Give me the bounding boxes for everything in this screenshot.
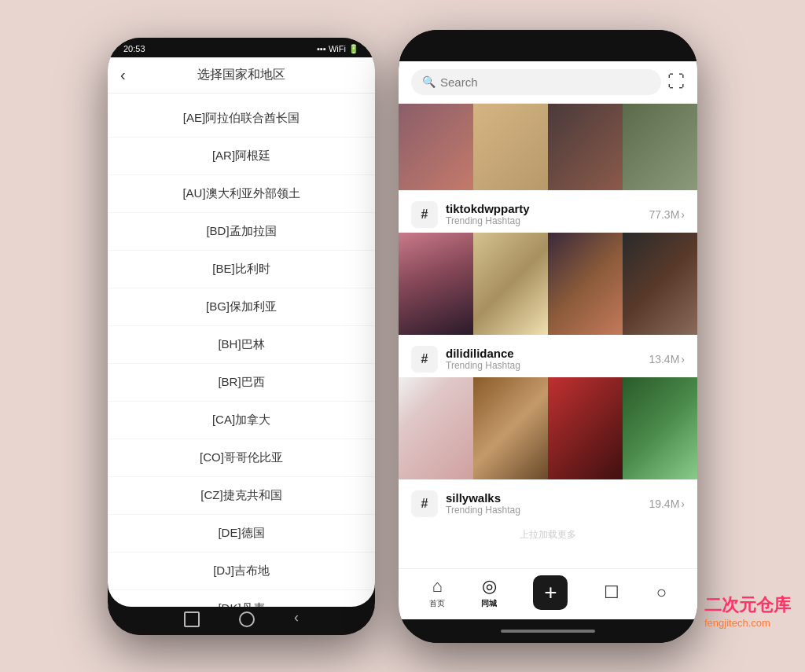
nav-home[interactable]: ⌂ 首页 — [429, 576, 445, 609]
nearby-icon: ◎ — [482, 576, 497, 597]
hash-badge-3: # — [411, 490, 438, 517]
search-wrapper[interactable]: 🔍 — [411, 69, 661, 95]
watermark-line2: fengjitech.com — [704, 617, 791, 629]
list-item[interactable]: [BE]比利时 — [108, 251, 375, 288]
hashtag-count-1: 77.3M › — [649, 208, 685, 221]
top-image-3[interactable] — [548, 104, 623, 190]
notch — [501, 36, 595, 58]
top-images-strip — [399, 104, 697, 190]
list-item[interactable]: [CZ]捷克共和国 — [108, 477, 375, 515]
hashtag-2-img-3[interactable] — [548, 377, 623, 479]
left-signal: ▪▪▪ WiFi 🔋 — [317, 44, 359, 54]
search-icon: 🔍 — [422, 75, 436, 88]
left-status-bar: 20:53 ▪▪▪ WiFi 🔋 — [108, 38, 375, 57]
list-item[interactable]: [BG]保加利亚 — [108, 288, 375, 326]
hashtag-1-img-4[interactable] — [623, 233, 697, 335]
hashtag-header-3[interactable]: # sillywalks Trending Hashtag 19.4M › — [399, 479, 697, 522]
hashtag-name-2: dilidilidance — [446, 347, 641, 360]
hashtag-name-3: sillywalks — [446, 491, 641, 505]
search-bar: 🔍 ⛶ — [399, 61, 697, 104]
inbox-icon: ☐ — [604, 582, 619, 603]
profile-icon: ○ — [656, 582, 667, 603]
hashtag-1-img-3[interactable] — [548, 233, 623, 335]
hashtag-section-1: # tiktokdwpparty Trending Hashtag 77.3M … — [399, 190, 697, 335]
top-image-1[interactable] — [399, 104, 473, 190]
back-button[interactable]: ‹ — [120, 66, 126, 84]
hash-badge-2: # — [411, 346, 438, 373]
android-home-button[interactable] — [239, 611, 255, 627]
hashtag-sub-1: Trending Hashtag — [446, 215, 641, 226]
top-image-2[interactable] — [473, 104, 548, 190]
left-screen: ‹ 选择国家和地区 [AE]阿拉伯联合酋长国[AR]阿根廷[AU]澳大利亚外部领… — [108, 57, 375, 607]
list-item[interactable]: [DK]丹麦 — [108, 590, 375, 607]
list-item[interactable]: [DJ]吉布地 — [108, 553, 375, 590]
page-title: 选择国家和地区 — [120, 67, 362, 83]
list-item[interactable]: [AU]澳大利亚外部领土 — [108, 175, 375, 213]
left-header: ‹ 选择国家和地区 — [108, 57, 375, 94]
android-back-button[interactable]: › — [294, 611, 299, 627]
hashtag-images-1 — [399, 233, 697, 335]
list-item[interactable]: [CA]加拿大 — [108, 402, 375, 439]
hashtag-count-2: 13.4M › — [649, 353, 685, 365]
notch-area — [399, 30, 697, 61]
list-item[interactable]: [BH]巴林 — [108, 326, 375, 364]
nav-profile[interactable]: ○ — [656, 582, 667, 603]
bottom-safe-area — [399, 619, 697, 643]
hashtag-section-2: # dilidilidance Trending Hashtag 13.4M › — [399, 335, 697, 479]
hashtag-info-3: sillywalks Trending Hashtag — [446, 491, 641, 516]
search-input[interactable] — [440, 75, 650, 89]
top-image-4[interactable] — [623, 104, 697, 190]
home-icon: ⌂ — [432, 576, 442, 597]
list-item[interactable]: [DE]德国 — [108, 515, 375, 553]
watermark-line1: 二次元仓库 — [704, 593, 791, 617]
hashtag-1-img-2[interactable] — [473, 233, 548, 335]
feed-scroll[interactable]: # tiktokdwpparty Trending Hashtag 77.3M … — [399, 104, 697, 568]
add-button[interactable]: + — [533, 575, 568, 610]
expand-icon[interactable]: ⛶ — [667, 72, 685, 92]
android-square-button[interactable] — [184, 611, 200, 627]
nav-nearby[interactable]: ◎ 同城 — [481, 576, 497, 609]
hash-badge-1: # — [411, 201, 438, 228]
hashtag-section-3: # sillywalks Trending Hashtag 19.4M › — [399, 479, 697, 522]
hashtag-info-1: tiktokdwpparty Trending Hashtag — [446, 202, 641, 226]
right-screen: 🔍 ⛶ # tiktokdwpparty Trending Hashtag — [399, 61, 697, 619]
left-phone: 20:53 ▪▪▪ WiFi 🔋 ‹ 选择国家和地区 [AE]阿拉伯联合酋长国[… — [108, 38, 375, 635]
list-item[interactable]: [BR]巴西 — [108, 364, 375, 402]
bottom-nav: ⌂ 首页 ◎ 同城 + ☐ ○ — [399, 568, 697, 619]
hashtag-1-img-1[interactable] — [399, 233, 473, 335]
hashtag-info-2: dilidilidance Trending Hashtag — [446, 347, 641, 371]
hashtag-images-2 — [399, 377, 697, 479]
hashtag-2-img-1[interactable] — [399, 377, 473, 479]
left-time: 20:53 — [123, 44, 145, 53]
android-bottom-bar: › — [108, 607, 375, 635]
country-list[interactable]: [AE]阿拉伯联合酋长国[AR]阿根廷[AU]澳大利亚外部领土[BD]孟加拉国[… — [108, 94, 375, 607]
list-item[interactable]: [BD]孟加拉国 — [108, 213, 375, 251]
hashtag-name-1: tiktokdwpparty — [446, 202, 641, 215]
home-label: 首页 — [429, 598, 445, 609]
list-item[interactable]: [AR]阿根廷 — [108, 138, 375, 175]
hashtag-sub-3: Trending Hashtag — [446, 505, 641, 516]
nav-inbox[interactable]: ☐ — [604, 582, 619, 603]
nearby-label: 同城 — [481, 598, 497, 609]
hashtag-2-img-4[interactable] — [623, 377, 697, 479]
scroll-hint: 上拉加载更多 — [399, 522, 697, 548]
hashtag-count-3: 19.4M › — [649, 498, 685, 510]
hashtag-header-2[interactable]: # dilidilidance Trending Hashtag 13.4M › — [399, 335, 697, 377]
list-item[interactable]: [CO]哥哥伦比亚 — [108, 439, 375, 477]
list-item[interactable]: [AE]阿拉伯联合酋长国 — [108, 100, 375, 138]
hashtag-sub-2: Trending Hashtag — [446, 360, 641, 371]
home-indicator — [501, 630, 595, 633]
hashtag-header-1[interactable]: # tiktokdwpparty Trending Hashtag 77.3M … — [399, 190, 697, 233]
hashtag-2-img-2[interactable] — [473, 377, 548, 479]
add-icon: + — [544, 582, 557, 604]
right-phone: 🔍 ⛶ # tiktokdwpparty Trending Hashtag — [399, 30, 697, 643]
